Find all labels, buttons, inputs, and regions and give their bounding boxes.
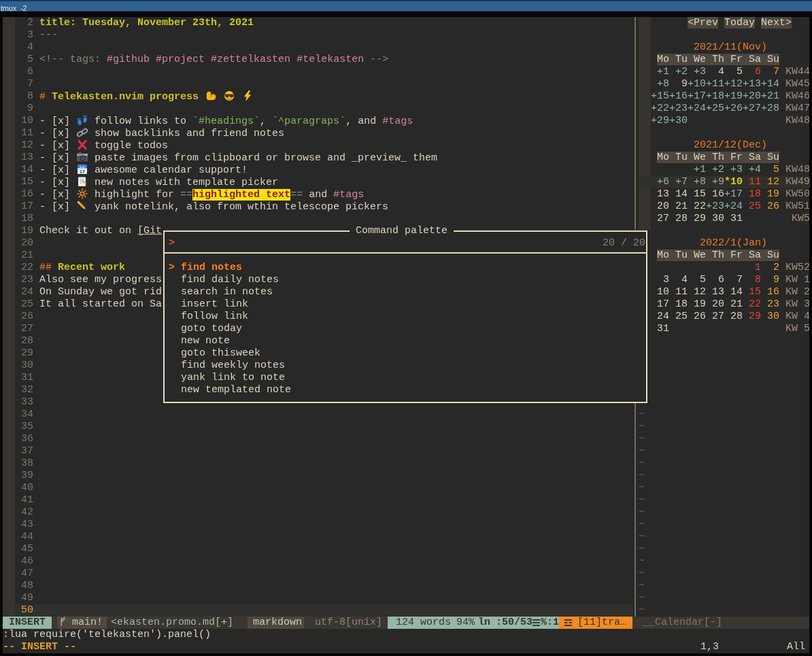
svg-text:July: July bbox=[80, 165, 85, 169]
svg-text:17: 17 bbox=[80, 169, 85, 174]
